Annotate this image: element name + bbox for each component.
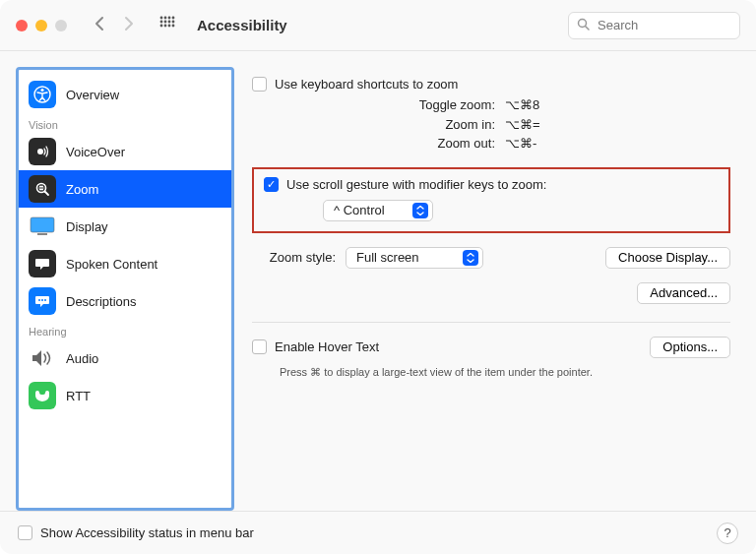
maximize-window-button[interactable]: [55, 20, 67, 31]
svg-point-6: [168, 21, 171, 24]
hover-text-checkbox[interactable]: [252, 339, 267, 354]
sidebar-item-spoken-content[interactable]: Spoken Content: [19, 245, 231, 282]
voiceover-icon: [29, 138, 56, 165]
zoom-in-label: Zoom in:: [402, 115, 495, 135]
sidebar-item-label: Descriptions: [66, 294, 137, 309]
accessibility-icon: [29, 81, 56, 108]
svg-point-24: [38, 299, 40, 301]
modifier-key-dropdown[interactable]: ^ Control: [323, 200, 433, 221]
sidebar-item-label: Overview: [66, 88, 119, 102]
sidebar-item-label: VoiceOver: [66, 145, 125, 159]
dropdown-chevron-icon: [463, 250, 478, 266]
svg-rect-23: [37, 233, 47, 235]
scroll-gesture-label: Use scroll gesture with modifier keys to…: [286, 177, 546, 192]
zoom-style-label: Zoom style:: [252, 250, 336, 265]
scroll-gesture-highlight: Use scroll gesture with modifier keys to…: [252, 167, 730, 233]
forward-button[interactable]: [123, 16, 134, 34]
close-window-button[interactable]: [16, 20, 28, 31]
svg-point-11: [172, 25, 175, 28]
svg-point-15: [40, 89, 43, 92]
sidebar-item-rtt[interactable]: RTT: [19, 377, 231, 414]
footer: Show Accessibility status in menu bar ?: [0, 511, 756, 554]
sidebar-section-vision: Vision: [19, 113, 231, 133]
svg-point-2: [168, 17, 171, 20]
divider: [252, 322, 730, 323]
search-icon: [577, 18, 590, 33]
svg-point-5: [164, 21, 167, 24]
svg-point-0: [160, 17, 163, 20]
spoken-content-icon: [29, 250, 56, 277]
sidebar-item-display[interactable]: Display: [19, 208, 231, 245]
toggle-zoom-keys: ⌥⌘8: [505, 95, 539, 115]
zoom-style-dropdown[interactable]: Full screen: [346, 247, 483, 269]
svg-point-10: [168, 25, 171, 28]
sidebar-item-voiceover[interactable]: VoiceOver: [19, 133, 231, 170]
keyboard-shortcuts-checkbox[interactable]: [252, 77, 267, 92]
svg-point-9: [164, 25, 167, 28]
hover-text-description: Press ⌘ to display a large-text view of …: [280, 366, 730, 379]
show-status-checkbox[interactable]: [18, 525, 32, 540]
advanced-button[interactable]: Advanced...: [637, 282, 730, 304]
sidebar-item-overview[interactable]: Overview: [19, 76, 231, 113]
zoom-style-value: Full screen: [356, 250, 419, 265]
minimize-window-button[interactable]: [35, 20, 47, 31]
modifier-key-value: ^ Control: [334, 203, 385, 217]
sidebar: Overview Vision VoiceOver Zoom Display: [16, 67, 234, 511]
sidebar-item-label: RTT: [66, 389, 91, 403]
svg-point-25: [41, 299, 43, 301]
back-button[interactable]: [94, 16, 105, 34]
rtt-icon: [29, 382, 56, 409]
shortcut-list: Toggle zoom:⌥⌘8 Zoom in:⌥⌘= Zoom out:⌥⌘-: [252, 95, 730, 154]
svg-point-3: [172, 17, 175, 20]
svg-rect-22: [31, 217, 54, 232]
show-status-label: Show Accessibility status in menu bar: [40, 525, 254, 540]
window-title: Accessibility: [197, 17, 287, 33]
zoom-settings-pane: Use keyboard shortcuts to zoom Toggle zo…: [252, 67, 740, 511]
titlebar: Accessibility: [0, 0, 756, 51]
keyboard-shortcuts-label: Use keyboard shortcuts to zoom: [275, 77, 458, 92]
svg-point-8: [160, 25, 163, 28]
help-button[interactable]: ?: [717, 523, 738, 544]
hover-text-options-button[interactable]: Options...: [650, 337, 730, 358]
sidebar-item-label: Spoken Content: [66, 257, 158, 272]
svg-point-4: [160, 21, 163, 24]
sidebar-item-zoom[interactable]: Zoom: [19, 170, 231, 208]
zoom-in-keys: ⌥⌘=: [505, 115, 540, 135]
sidebar-section-hearing: Hearing: [19, 320, 231, 339]
zoom-icon: [29, 175, 56, 203]
svg-point-7: [172, 21, 175, 24]
svg-line-13: [586, 26, 590, 30]
svg-point-16: [37, 149, 43, 154]
display-icon: [29, 213, 56, 240]
choose-display-button[interactable]: Choose Display...: [605, 247, 730, 269]
svg-point-1: [164, 17, 167, 20]
window-controls: [16, 20, 67, 31]
audio-icon: [29, 344, 56, 372]
preferences-window: Accessibility Overview Vision Voi: [0, 0, 756, 554]
toggle-zoom-label: Toggle zoom:: [402, 95, 495, 115]
sidebar-item-label: Audio: [66, 351, 98, 366]
search-input[interactable]: [596, 17, 756, 33]
svg-line-18: [45, 192, 49, 196]
search-field[interactable]: [568, 12, 740, 39]
sidebar-item-descriptions[interactable]: Descriptions: [19, 282, 231, 320]
dropdown-chevron-icon: [412, 203, 428, 218]
descriptions-icon: [29, 287, 56, 315]
zoom-out-label: Zoom out:: [402, 134, 495, 154]
svg-point-26: [44, 299, 46, 301]
show-all-button[interactable]: [159, 16, 175, 34]
nav-arrows: [94, 16, 134, 34]
hover-text-label: Enable Hover Text: [275, 339, 379, 354]
sidebar-item-label: Zoom: [66, 182, 98, 197]
sidebar-item-audio[interactable]: Audio: [19, 339, 231, 377]
zoom-out-keys: ⌥⌘-: [505, 134, 536, 154]
scroll-gesture-checkbox[interactable]: [264, 177, 279, 192]
sidebar-item-label: Display: [66, 219, 108, 234]
